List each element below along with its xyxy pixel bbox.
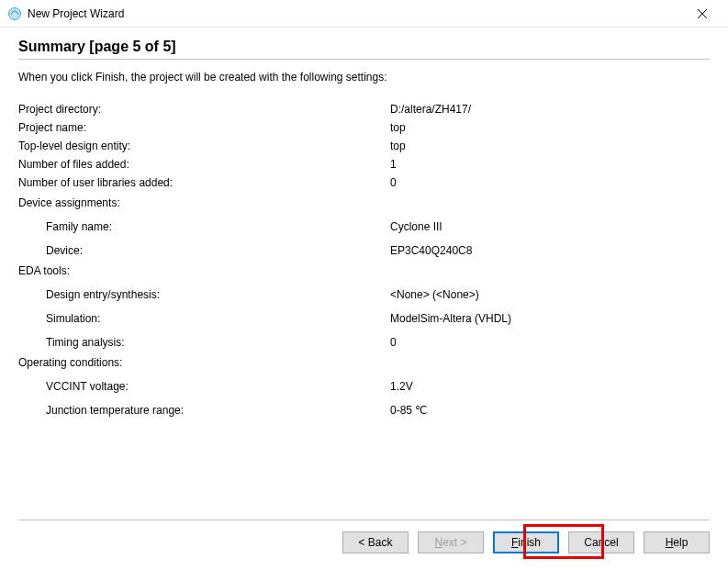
row-simulation: Simulation: ModelSim-Altera (VHDL) (18, 309, 710, 328)
label-simulation: Simulation: (18, 309, 390, 328)
label-project-name: Project name: (18, 118, 390, 137)
footer: < Back Next > Finish Cancel Help (0, 510, 728, 570)
value-project-name: top (390, 118, 710, 137)
value-simulation: ModelSim-Altera (VHDL) (390, 309, 710, 328)
row-eda-tools: EDA tools: (18, 262, 710, 280)
row-device: Device: EP3C40Q240C8 (18, 241, 710, 260)
finish-button[interactable]: Finish (493, 531, 559, 553)
row-timing: Timing analysis: 0 (18, 333, 710, 352)
next-mnemonic: N (434, 536, 442, 549)
label-timing: Timing analysis: (18, 333, 390, 352)
label-eda-tools: EDA tools: (18, 262, 390, 280)
row-design-entry: Design entry/synthesis: <None> (<None>) (18, 285, 710, 304)
footer-separator (18, 520, 710, 520)
row-device-assignments: Device assignments: (18, 194, 710, 212)
content-area: Summary [page 5 of 5] When you click Fin… (0, 28, 728, 419)
value-project-directory: D:/altera/ZH417/ (390, 100, 710, 118)
value-device: EP3C40Q240C8 (390, 241, 710, 260)
row-project-name: Project name: top (18, 118, 710, 137)
window-title: New Project Wizard (28, 7, 684, 20)
value-vccint: 1.2V (390, 377, 710, 396)
value-num-files: 1 (390, 155, 710, 173)
row-vccint: VCCINT voltage: 1.2V (18, 377, 710, 396)
label-design-entry: Design entry/synthesis: (18, 285, 390, 304)
label-device: Device: (18, 241, 390, 260)
button-bar: < Back Next > Finish Cancel Help (18, 531, 710, 553)
value-junction: 0-85 ℃ (390, 401, 710, 419)
titlebar: New Project Wizard (0, 0, 728, 28)
svg-point-0 (9, 7, 21, 19)
finish-mnemonic: F (511, 536, 518, 549)
label-vccint: VCCINT voltage: (18, 377, 390, 396)
close-button[interactable] (684, 1, 721, 27)
cancel-button[interactable]: Cancel (568, 531, 634, 553)
value-design-entry: <None> (<None>) (390, 285, 710, 304)
label-project-directory: Project directory: (18, 100, 390, 118)
label-operating-conditions: Operating conditions: (18, 353, 390, 372)
row-family: Family name: Cyclone III (18, 218, 710, 236)
help-rest: elp (673, 536, 688, 549)
value-family: Cyclone III (390, 218, 710, 236)
row-top-entity: Top-level design entity: top (18, 137, 710, 155)
app-icon (7, 6, 22, 21)
row-num-libs: Number of user libraries added: 0 (18, 173, 710, 192)
next-rest: ext > (442, 536, 466, 549)
value-num-libs: 0 (390, 173, 710, 192)
finish-rest: inish (518, 536, 541, 549)
label-device-assignments: Device assignments: (18, 194, 390, 212)
back-button[interactable]: < Back (342, 531, 409, 553)
close-icon (698, 9, 707, 18)
label-family: Family name: (18, 218, 390, 236)
row-operating-conditions: Operating conditions: (18, 353, 710, 372)
row-project-directory: Project directory: D:/altera/ZH417/ (18, 100, 710, 118)
value-top-entity: top (390, 137, 710, 155)
instruction-text: When you click Finish, the project will … (18, 71, 710, 84)
title-separator (18, 59, 710, 60)
help-mnemonic: H (666, 536, 674, 549)
value-timing: 0 (390, 333, 710, 352)
label-num-files: Number of files added: (18, 155, 390, 173)
label-top-entity: Top-level design entity: (18, 137, 390, 155)
help-button[interactable]: Help (644, 531, 710, 553)
row-num-files: Number of files added: 1 (18, 155, 710, 173)
next-button: Next > (418, 531, 484, 553)
row-junction: Junction temperature range: 0-85 ℃ (18, 401, 710, 419)
page-title: Summary [page 5 of 5] (18, 39, 710, 55)
label-num-libs: Number of user libraries added: (18, 173, 390, 192)
label-junction: Junction temperature range: (18, 401, 390, 419)
